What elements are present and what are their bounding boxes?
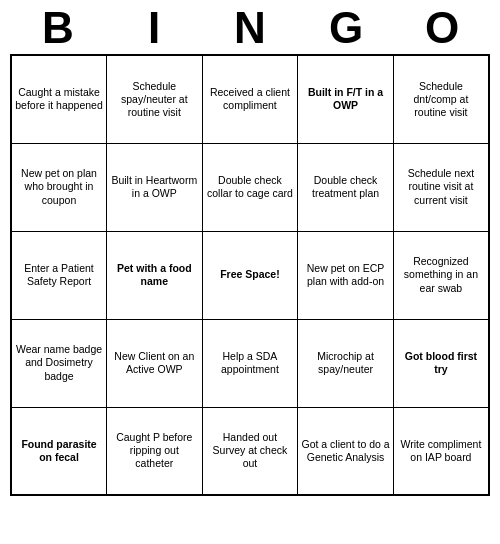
cell-r2-c3[interactable]: New pet on ECP plan with add-on xyxy=(298,231,394,319)
cell-r1-c4[interactable]: Schedule next routine visit at current v… xyxy=(393,143,489,231)
letter-b: B xyxy=(14,6,102,50)
cell-r2-c1[interactable]: Pet with a food name xyxy=(107,231,203,319)
bingo-title: B I N G O xyxy=(10,0,490,54)
cell-r0-c4[interactable]: Schedule dnt/comp at routine visit xyxy=(393,55,489,143)
cell-r4-c2[interactable]: Handed out Survey at check out xyxy=(202,407,298,495)
cell-r2-c4[interactable]: Recognized something in an ear swab xyxy=(393,231,489,319)
cell-r4-c1[interactable]: Caught P before ripping out catheter xyxy=(107,407,203,495)
cell-r0-c2[interactable]: Received a client compliment xyxy=(202,55,298,143)
letter-n: N xyxy=(206,6,294,50)
cell-r3-c0[interactable]: Wear name badge and Dosimetry badge xyxy=(11,319,107,407)
cell-r0-c3[interactable]: Built in F/T in a OWP xyxy=(298,55,394,143)
cell-r4-c0[interactable]: Found parasite on fecal xyxy=(11,407,107,495)
cell-r0-c0[interactable]: Caught a mistake before it happened xyxy=(11,55,107,143)
cell-r1-c3[interactable]: Double check treatment plan xyxy=(298,143,394,231)
cell-r1-c1[interactable]: Built in Heartworm in a OWP xyxy=(107,143,203,231)
cell-r4-c3[interactable]: Got a client to do a Genetic Analysis xyxy=(298,407,394,495)
cell-r2-c2[interactable]: Free Space! xyxy=(202,231,298,319)
cell-r4-c4[interactable]: Write compliment on IAP board xyxy=(393,407,489,495)
cell-r2-c0[interactable]: Enter a Patient Safety Report xyxy=(11,231,107,319)
letter-o: O xyxy=(398,6,486,50)
cell-r1-c0[interactable]: New pet on plan who brought in coupon xyxy=(11,143,107,231)
letter-i: I xyxy=(110,6,198,50)
cell-r3-c1[interactable]: New Client on an Active OWP xyxy=(107,319,203,407)
letter-g: G xyxy=(302,6,390,50)
cell-r0-c1[interactable]: Schedule spay/neuter at routine visit xyxy=(107,55,203,143)
cell-r3-c2[interactable]: Help a SDA appointment xyxy=(202,319,298,407)
bingo-grid: Caught a mistake before it happenedSched… xyxy=(10,54,490,496)
cell-r3-c3[interactable]: Microchip at spay/neuter xyxy=(298,319,394,407)
cell-r3-c4[interactable]: Got blood first try xyxy=(393,319,489,407)
cell-r1-c2[interactable]: Double check collar to cage card xyxy=(202,143,298,231)
